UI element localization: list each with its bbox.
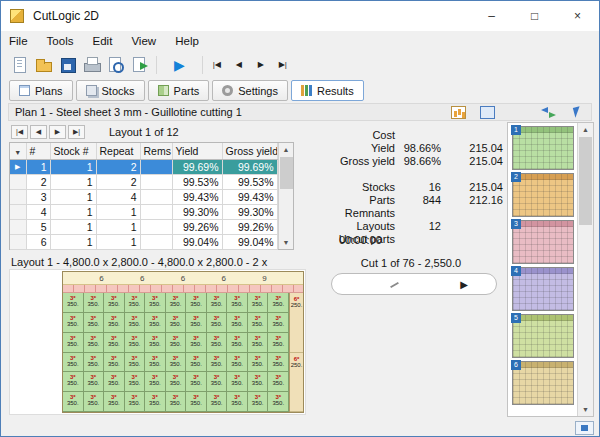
cell-stock[interactable]: 1: [50, 174, 96, 189]
part-cell[interactable]: 3*350.: [125, 333, 146, 353]
part-cell[interactable]: 3*350.: [125, 313, 146, 333]
part-cell[interactable]: 3*350.: [227, 293, 248, 313]
part-cell[interactable]: 3*350.: [207, 392, 228, 412]
table-row[interactable]: 21299.53%99.53%: [10, 174, 277, 189]
table-row[interactable]: 31499.43%99.43%: [10, 189, 277, 204]
cell-gross-yield[interactable]: 99.30%: [222, 204, 277, 219]
cell-number[interactable]: 6: [26, 234, 50, 249]
menu-file[interactable]: File: [1, 31, 36, 51]
edge-cell[interactable]: 6*250.: [290, 293, 303, 353]
part-cell[interactable]: 3*350.: [166, 313, 187, 333]
part-cell[interactable]: 3*350.: [268, 293, 289, 313]
part-cell[interactable]: 3*350.: [207, 313, 228, 333]
edge-cell[interactable]: 6*250.: [290, 353, 303, 413]
part-cell[interactable]: 3*350.: [145, 372, 166, 392]
scroll-up-icon[interactable]: ▲: [279, 143, 294, 156]
part-cell[interactable]: 3*350.: [227, 313, 248, 333]
layout-thumbnail[interactable]: 1: [512, 126, 574, 170]
table-row[interactable]: 41199.30%99.30%: [10, 204, 277, 219]
column-yield[interactable]: Yield: [172, 143, 222, 159]
row-selector-cell[interactable]: [10, 174, 26, 189]
cell-gross-yield[interactable]: 99.53%: [222, 174, 277, 189]
layout-prev-button[interactable]: ◀: [30, 125, 47, 139]
cell-number[interactable]: 5: [26, 219, 50, 234]
part-cell[interactable]: 3*350.: [227, 353, 248, 373]
cell-yield[interactable]: 99.26%: [172, 219, 222, 234]
part-cell[interactable]: 3*350.: [207, 293, 228, 313]
part-cell[interactable]: 3*350.: [63, 313, 84, 333]
cell-number[interactable]: 1: [26, 159, 50, 174]
thumbnails-scrollbar[interactable]: ▲ ▼: [577, 123, 593, 416]
part-cell[interactable]: 3*350.: [63, 372, 84, 392]
part-cell[interactable]: 3*350.: [248, 372, 269, 392]
scrollbar-thumb[interactable]: [579, 137, 592, 225]
part-cell[interactable]: 3*350.: [125, 372, 146, 392]
cut-play-button[interactable]: ▶: [460, 277, 468, 293]
cell-rems[interactable]: [140, 174, 172, 189]
part-cell[interactable]: 3*350.: [166, 392, 187, 412]
column-gross-yield[interactable]: Gross yield: [222, 143, 277, 159]
cell-gross-yield[interactable]: 99.43%: [222, 189, 277, 204]
pointer-icon[interactable]: [570, 106, 585, 119]
menu-tools[interactable]: Tools: [39, 31, 82, 51]
part-cell[interactable]: 3*350.: [125, 293, 146, 313]
part-cell[interactable]: 3*350.: [63, 353, 84, 373]
close-button[interactable]: ×: [556, 1, 599, 31]
cell-gross-yield[interactable]: 99.26%: [222, 219, 277, 234]
part-cell[interactable]: 3*350.: [227, 333, 248, 353]
layout-thumbnail[interactable]: 4: [512, 267, 574, 311]
part-cell[interactable]: 3*350.: [125, 392, 146, 412]
part-cell[interactable]: 3*350.: [104, 372, 125, 392]
part-cell[interactable]: 3*350.: [145, 353, 166, 373]
menu-edit[interactable]: Edit: [85, 31, 121, 51]
part-cell[interactable]: 3*350.: [84, 353, 105, 373]
part-cell[interactable]: 3*350.: [166, 333, 187, 353]
part-cell[interactable]: 3*350.: [104, 333, 125, 353]
part-cell[interactable]: 3*350.: [186, 392, 207, 412]
cell-yield[interactable]: 99.53%: [172, 174, 222, 189]
maximize-button[interactable]: □: [513, 1, 556, 31]
layout-thumbnail[interactable]: 5: [512, 314, 574, 358]
part-cell[interactable]: 3*350.: [63, 392, 84, 412]
part-cell[interactable]: 3*350.: [268, 313, 289, 333]
part-cell[interactable]: 3*350.: [207, 353, 228, 373]
cell-repeat[interactable]: 4: [96, 189, 140, 204]
cell-repeat[interactable]: 1: [96, 204, 140, 219]
nav-prev-button[interactable]: ◀: [230, 56, 248, 74]
tab-plans[interactable]: Plans: [9, 80, 73, 101]
cell-rems[interactable]: [140, 204, 172, 219]
row-selector-cell[interactable]: ▶: [10, 159, 26, 174]
layout-thumbnail[interactable]: 3: [512, 220, 574, 264]
part-cell[interactable]: 3*350.: [268, 333, 289, 353]
cell-stock[interactable]: 1: [50, 159, 96, 174]
part-cell[interactable]: 3*350.: [186, 333, 207, 353]
part-cell[interactable]: 3*350.: [248, 353, 269, 373]
part-cell[interactable]: 3*350.: [227, 392, 248, 412]
row-selector-cell[interactable]: [10, 189, 26, 204]
part-cell[interactable]: 3*350.: [84, 392, 105, 412]
transfer-icon[interactable]: [541, 106, 556, 119]
cell-repeat[interactable]: 2: [96, 174, 140, 189]
cell-repeat[interactable]: 1: [96, 219, 140, 234]
column-rems[interactable]: Rems: [140, 143, 172, 159]
part-cell[interactable]: 3*350.: [84, 293, 105, 313]
part-cell[interactable]: 3*350.: [248, 333, 269, 353]
cell-gross-yield[interactable]: 99.04%: [222, 234, 277, 249]
part-cell[interactable]: 3*350.: [186, 293, 207, 313]
cell-yield[interactable]: 99.69%: [172, 159, 222, 174]
row-selector-cell[interactable]: [10, 219, 26, 234]
cell-rems[interactable]: [140, 234, 172, 249]
layout-next-button[interactable]: ▶: [49, 125, 66, 139]
cell-yield[interactable]: 99.30%: [172, 204, 222, 219]
row-selector-cell[interactable]: [10, 204, 26, 219]
part-cell[interactable]: 3*350.: [84, 372, 105, 392]
part-cell[interactable]: 3*350.: [207, 372, 228, 392]
run-optimization-button[interactable]: ▶: [174, 53, 185, 77]
save-button[interactable]: [55, 53, 79, 77]
cell-rems[interactable]: [140, 219, 172, 234]
column-stock[interactable]: Stock #: [50, 143, 96, 159]
cell-number[interactable]: 2: [26, 174, 50, 189]
nav-last-button[interactable]: ▶|: [274, 56, 292, 74]
part-cell[interactable]: 3*350.: [186, 372, 207, 392]
table-row[interactable]: 51199.26%99.26%: [10, 219, 277, 234]
